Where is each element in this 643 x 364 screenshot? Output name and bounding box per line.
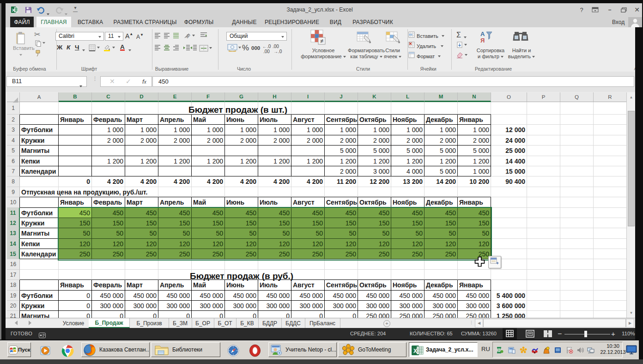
svg-text:Я: Я	[480, 37, 485, 44]
svg-text:X: X	[413, 348, 417, 354]
svg-text:≠: ≠	[320, 37, 323, 44]
svg-text:ab: ab	[185, 33, 191, 39]
svg-text:А: А	[480, 30, 485, 37]
